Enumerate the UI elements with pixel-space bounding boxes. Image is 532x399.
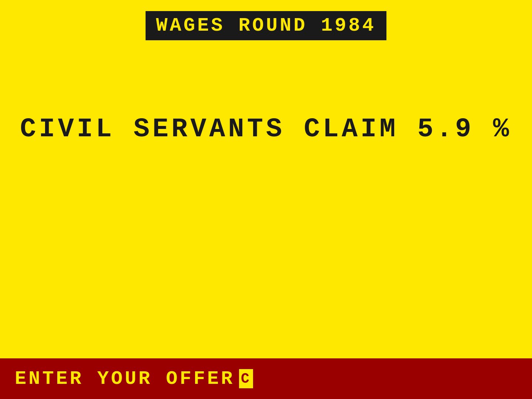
claim-text: CIVIL SERVANTS CLAIM 5.9 %: [20, 114, 512, 144]
title-bar: WAGES ROUND 1984: [146, 11, 386, 40]
enter-offer-label: ENTER YOUR OFFER: [15, 368, 235, 390]
cursor-input[interactable]: C: [239, 369, 253, 388]
main-content: WAGES ROUND 1984 CIVIL SERVANTS CLAIM 5.…: [0, 0, 532, 358]
cursor-letter: C: [241, 371, 252, 387]
bottom-prompt[interactable]: ENTER YOUR OFFER C: [15, 368, 253, 390]
bottom-bar: ENTER YOUR OFFER C: [0, 358, 532, 399]
title-text: WAGES ROUND 1984: [156, 15, 376, 37]
